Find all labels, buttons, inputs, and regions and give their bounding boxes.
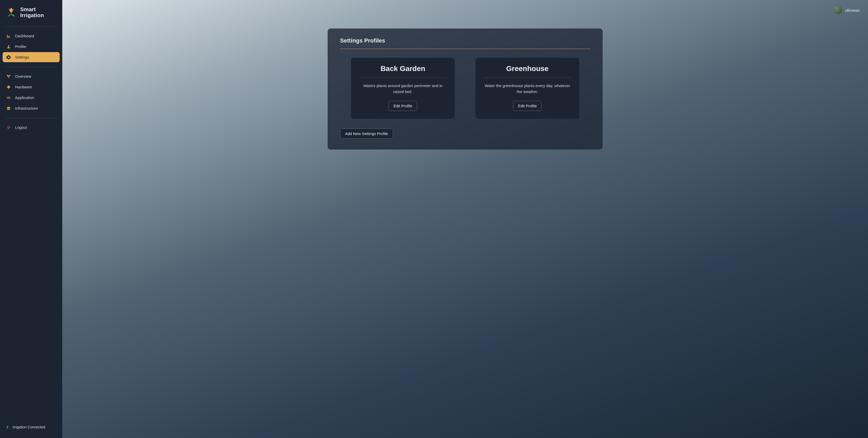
- seedling-icon: [6, 74, 11, 78]
- profile-card: Back Garden Waters plants around garden …: [351, 58, 455, 119]
- gear-icon: [6, 55, 11, 59]
- sidebar-item-label: Hardware: [15, 85, 32, 89]
- brand-title: Smart Irrigation: [20, 6, 44, 18]
- sidebar-item-overview[interactable]: Overview: [3, 71, 60, 81]
- sidebar-item-logout[interactable]: Logout: [3, 122, 60, 132]
- sidebar-item-label: Dashboard: [15, 34, 34, 38]
- sidebar-divider: [5, 118, 57, 118]
- sidebar-item-settings[interactable]: Settings: [3, 52, 60, 62]
- sign-out-icon: [6, 126, 11, 129]
- sidebar-item-label: Infrastructure: [15, 106, 38, 110]
- edit-profile-button[interactable]: Edit Profile: [389, 101, 417, 111]
- svg-rect-2: [7, 86, 9, 88]
- sidebar-item-profile[interactable]: Profile: [3, 41, 60, 52]
- svg-rect-4: [7, 109, 10, 110]
- topbar: olirowan: [69, 4, 861, 19]
- card-divider: [483, 77, 571, 78]
- avatar[interactable]: [834, 6, 843, 14]
- sidebar: Smart Irrigation Dashboard Profile Setti…: [0, 0, 62, 438]
- sidebar-item-infrastructure[interactable]: Infrastructure: [3, 103, 60, 113]
- card-divider: [359, 77, 447, 78]
- nav-group-primary: Dashboard Profile Settings: [0, 30, 62, 64]
- profile-card-title: Greenhouse: [483, 65, 571, 73]
- sidebar-item-label: Overview: [15, 74, 31, 78]
- user-icon: [6, 45, 11, 48]
- svg-rect-0: [11, 13, 12, 15]
- sidebar-item-label: Application: [15, 95, 34, 100]
- add-profile-button[interactable]: Add New Settings Profile: [340, 129, 393, 139]
- server-icon: [6, 106, 11, 110]
- sidebar-item-hardware[interactable]: Hardware: [3, 82, 60, 92]
- main-content: olirowan Settings Profiles Back Garden W…: [62, 0, 868, 438]
- sidebar-item-label: Profile: [15, 44, 26, 49]
- svg-point-6: [7, 109, 8, 109]
- code-icon: [6, 96, 11, 100]
- connection-status-text: Irrigation Connected: [12, 425, 45, 429]
- nav-group-secondary: Overview Hardware Application Infrastruc…: [0, 70, 62, 115]
- edit-profile-button[interactable]: Edit Profile: [513, 101, 542, 111]
- tulip-logo-icon: [6, 7, 17, 18]
- sidebar-item-application[interactable]: Application: [3, 93, 60, 103]
- chart-area-icon: [6, 34, 11, 38]
- svg-rect-3: [7, 107, 10, 108]
- sidebar-item-dashboard[interactable]: Dashboard: [3, 31, 60, 41]
- connection-status: Irrigation Connected: [0, 422, 62, 433]
- panel-title: Settings Profiles: [340, 37, 590, 44]
- plug-icon: [6, 425, 9, 429]
- microchip-icon: [6, 85, 11, 89]
- profile-card-description: Water the greenhouse plants every day, w…: [483, 83, 571, 95]
- brand: Smart Irrigation: [0, 5, 62, 23]
- profile-card-description: Waters plants around garden perimeter an…: [359, 83, 447, 95]
- profile-card-title: Back Garden: [359, 65, 447, 73]
- profile-cards-row: Back Garden Waters plants around garden …: [340, 58, 590, 119]
- sidebar-item-label: Settings: [15, 55, 29, 59]
- sidebar-item-label: Logout: [15, 125, 27, 130]
- username[interactable]: olirowan: [845, 8, 860, 12]
- svg-point-1: [8, 45, 9, 46]
- settings-profiles-panel: Settings Profiles Back Garden Waters pla…: [328, 29, 602, 149]
- profile-card: Greenhouse Water the greenhouse plants e…: [475, 58, 579, 119]
- nav-group-logout: Logout: [0, 121, 62, 134]
